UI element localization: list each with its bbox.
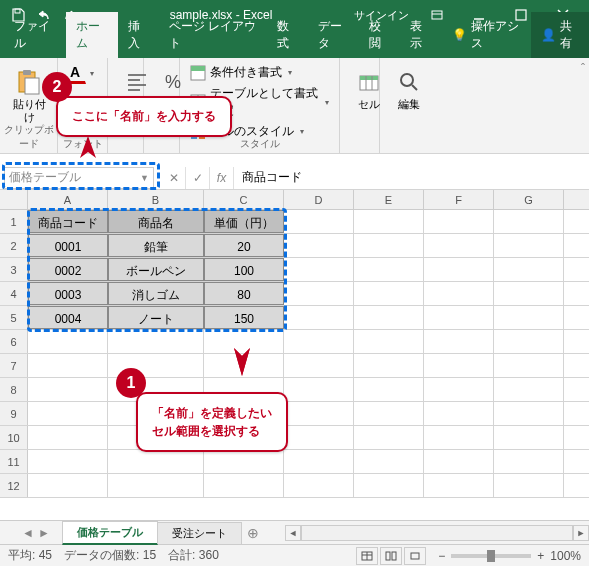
cell[interactable] xyxy=(354,258,424,281)
cell[interactable]: 80 xyxy=(204,282,284,305)
name-box[interactable]: 価格テーブル▼ xyxy=(4,167,154,189)
cell[interactable] xyxy=(494,234,564,257)
cell[interactable] xyxy=(284,402,354,425)
horizontal-scrollbar[interactable]: ◄ ► xyxy=(285,525,589,541)
cell[interactable] xyxy=(494,474,564,497)
cell[interactable] xyxy=(424,402,494,425)
cell[interactable]: 商品コード xyxy=(28,210,108,233)
cell[interactable] xyxy=(354,210,424,233)
cell[interactable] xyxy=(354,402,424,425)
cell[interactable] xyxy=(424,306,494,329)
cell[interactable] xyxy=(354,234,424,257)
cell[interactable] xyxy=(28,426,108,449)
zoom-in-icon[interactable]: + xyxy=(537,549,544,563)
tab-page-layout[interactable]: ページ レイアウト xyxy=(159,12,266,58)
cell[interactable]: 商品名 xyxy=(108,210,204,233)
zoom-control[interactable]: − + 100% xyxy=(438,549,581,563)
cell[interactable] xyxy=(424,282,494,305)
cell[interactable] xyxy=(424,474,494,497)
tab-data[interactable]: データ xyxy=(308,12,360,58)
cell[interactable] xyxy=(494,426,564,449)
cell[interactable] xyxy=(284,210,354,233)
tab-file[interactable]: ファイル xyxy=(4,12,66,58)
row-header[interactable]: 4 xyxy=(0,282,28,305)
row-header[interactable]: 1 xyxy=(0,210,28,233)
row-header[interactable]: 6 xyxy=(0,330,28,353)
row-header[interactable]: 8 xyxy=(0,378,28,401)
cell[interactable] xyxy=(424,378,494,401)
sheet-nav-next-icon[interactable]: ► xyxy=(36,526,52,540)
row-header[interactable]: 2 xyxy=(0,234,28,257)
col-header[interactable]: E xyxy=(354,190,424,209)
cell[interactable] xyxy=(354,474,424,497)
cell[interactable]: ノート xyxy=(108,306,204,329)
cell[interactable] xyxy=(494,258,564,281)
col-header[interactable]: F xyxy=(424,190,494,209)
cell[interactable]: 鉛筆 xyxy=(108,234,204,257)
cell[interactable] xyxy=(284,258,354,281)
cell[interactable] xyxy=(494,378,564,401)
sheet-nav-prev-icon[interactable]: ◄ xyxy=(20,526,36,540)
enter-formula-icon[interactable]: ✓ xyxy=(186,167,210,189)
row-header[interactable]: 5 xyxy=(0,306,28,329)
cell[interactable] xyxy=(494,330,564,353)
tab-formulas[interactable]: 数式 xyxy=(267,12,308,58)
tab-home[interactable]: ホーム xyxy=(66,12,118,58)
cell[interactable] xyxy=(354,426,424,449)
scroll-right-icon[interactable]: ► xyxy=(573,525,589,541)
cell[interactable] xyxy=(494,210,564,233)
cell[interactable]: 消しゴム xyxy=(108,282,204,305)
cell[interactable] xyxy=(424,234,494,257)
col-header[interactable]: A xyxy=(28,190,108,209)
cell[interactable] xyxy=(354,378,424,401)
cell[interactable] xyxy=(284,306,354,329)
cell[interactable]: 単価（円） xyxy=(204,210,284,233)
cell[interactable] xyxy=(108,474,204,497)
cell[interactable] xyxy=(494,450,564,473)
cell[interactable] xyxy=(284,378,354,401)
row-header[interactable]: 10 xyxy=(0,426,28,449)
tab-review[interactable]: 校閲 xyxy=(359,12,400,58)
zoom-level[interactable]: 100% xyxy=(550,549,581,563)
cell[interactable]: 0002 xyxy=(28,258,108,281)
cancel-formula-icon[interactable]: ✕ xyxy=(162,167,186,189)
scroll-left-icon[interactable]: ◄ xyxy=(285,525,301,541)
view-page-break-icon[interactable] xyxy=(404,547,426,565)
cell[interactable] xyxy=(204,450,284,473)
cell[interactable] xyxy=(424,450,494,473)
row-header[interactable]: 9 xyxy=(0,402,28,425)
cell[interactable] xyxy=(28,450,108,473)
col-header[interactable]: C xyxy=(204,190,284,209)
cell[interactable] xyxy=(204,474,284,497)
cell[interactable]: 20 xyxy=(204,234,284,257)
cell[interactable] xyxy=(284,234,354,257)
collapse-ribbon-icon[interactable]: ˆ xyxy=(581,62,585,76)
cell[interactable] xyxy=(284,426,354,449)
cell[interactable] xyxy=(494,282,564,305)
cell[interactable] xyxy=(284,450,354,473)
col-header[interactable]: G xyxy=(494,190,564,209)
conditional-format-button[interactable]: 条件付き書式▾ xyxy=(186,62,333,83)
find-select-button[interactable]: 編集 xyxy=(386,62,432,115)
cell[interactable] xyxy=(424,210,494,233)
cell[interactable] xyxy=(108,330,204,353)
select-all-button[interactable] xyxy=(0,190,28,209)
row-header[interactable]: 3 xyxy=(0,258,28,281)
row-header[interactable]: 7 xyxy=(0,354,28,377)
cell[interactable] xyxy=(284,354,354,377)
cell[interactable] xyxy=(424,330,494,353)
cell[interactable] xyxy=(424,426,494,449)
cell[interactable] xyxy=(424,258,494,281)
add-sheet-icon[interactable]: ⊕ xyxy=(241,525,265,541)
cell[interactable] xyxy=(28,378,108,401)
cell[interactable] xyxy=(494,306,564,329)
formula-input[interactable]: 商品コード xyxy=(234,169,589,186)
fx-icon[interactable]: fx xyxy=(210,167,234,189)
cell[interactable]: ボールペン xyxy=(108,258,204,281)
cell[interactable] xyxy=(28,402,108,425)
cell[interactable] xyxy=(494,354,564,377)
sheet-tab[interactable]: 価格テーブル xyxy=(62,521,158,545)
cell[interactable] xyxy=(284,474,354,497)
cell[interactable]: 100 xyxy=(204,258,284,281)
row-header[interactable]: 12 xyxy=(0,474,28,497)
